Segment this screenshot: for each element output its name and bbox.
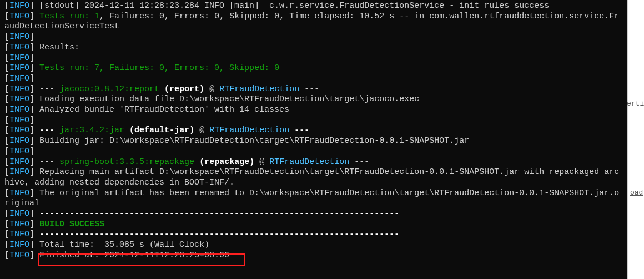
plugin-name: jacoco:0.8.12:report: [59, 84, 159, 94]
log-line: Replacing main artifact D:\workspace\RTF…: [4, 167, 619, 187]
log-level: INFO: [9, 43, 29, 52]
log-level: INFO: [9, 230, 29, 239]
project-name: RTFraudDetection: [219, 84, 299, 94]
log-level: INFO: [9, 63, 29, 73]
log-level: INFO: [9, 105, 29, 114]
terminal-output[interactable]: [INFO] [stdout] 2024-12-11 12:28:23.284 …: [0, 0, 627, 279]
log-level: INFO: [9, 147, 29, 156]
log-level: INFO: [9, 220, 29, 229]
plugin-name: spring-boot:3.3.5:repackage: [59, 157, 194, 167]
log-level: INFO: [9, 240, 29, 250]
log-line: [stdout] 2024-12-11 12:28:23.284 INFO [m…: [34, 1, 549, 11]
ide-right-gutter: erties oad: [627, 0, 644, 279]
log-level: INFO: [9, 12, 29, 21]
log-level: INFO: [9, 74, 29, 83]
log-level: INFO: [9, 209, 29, 218]
separator: ----------------------------------------…: [34, 209, 399, 218]
log-line: Loading execution data file D:\workspace…: [34, 94, 419, 104]
log-level: INFO: [9, 32, 29, 42]
log-level: INFO: [9, 136, 29, 146]
log-level: INFO: [9, 167, 29, 177]
project-name: RTFraudDetection: [269, 157, 349, 167]
log-level: INFO: [9, 53, 29, 63]
log-level: INFO: [9, 188, 29, 198]
link-fragment[interactable]: oad: [630, 188, 643, 198]
panel-fragment: erties: [627, 99, 644, 109]
log-level: INFO: [9, 251, 29, 260]
build-success: BUILD SUCCESS: [39, 220, 104, 229]
log-line: Analyzed bundle 'RTFraudDetection' with …: [34, 105, 289, 114]
tests-run: Tests run: 1: [39, 12, 99, 21]
tests-summary: Tests run: 7, Failures: 0, Errors: 0, Sk…: [39, 63, 279, 73]
separator: ----------------------------------------…: [34, 230, 399, 239]
log-line: The original artifact has been renamed t…: [4, 188, 619, 208]
log-level: INFO: [9, 94, 29, 104]
log-level: INFO: [9, 126, 29, 135]
log-level: INFO: [9, 84, 29, 94]
finished-at: Finished at: 2024-12-11T12:28:25+08:00: [34, 251, 229, 260]
log-line: Results:: [34, 43, 79, 52]
log-level: INFO: [9, 157, 29, 167]
project-name: RTFraudDetection: [209, 126, 289, 135]
plugin-name: jar:3.4.2:jar: [59, 126, 124, 135]
log-level: INFO: [9, 1, 29, 11]
log-line: Building jar: D:\workspace\RTFraudDetect…: [34, 136, 469, 146]
log-level: INFO: [9, 116, 29, 125]
total-time: Total time: 35.085 s (Wall Clock): [34, 240, 209, 250]
